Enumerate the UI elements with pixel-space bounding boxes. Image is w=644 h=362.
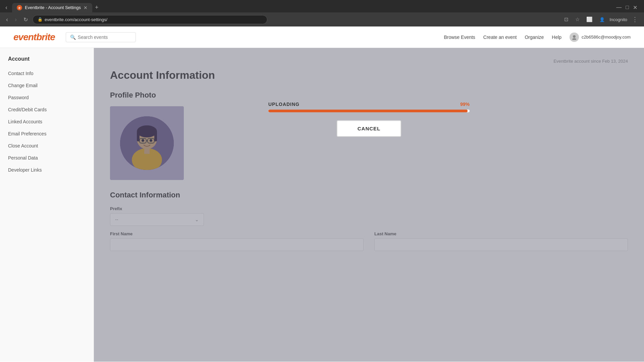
profile-icon[interactable]: ⬜ bbox=[584, 15, 595, 24]
uploading-label: UPLOADING bbox=[268, 102, 300, 107]
upload-overlay: UPLOADING 99% CANCEL bbox=[94, 48, 644, 362]
incognito-icon[interactable]: 👤 bbox=[597, 16, 607, 23]
sidebar-item-developer-links[interactable]: Developer Links bbox=[0, 164, 94, 176]
browser-chrome: ‹ e Eventbrite - Account Settings ✕ + — … bbox=[0, 0, 644, 26]
refresh-button[interactable]: ↻ bbox=[21, 15, 30, 24]
svg-point-1 bbox=[572, 38, 576, 40]
nav-organize[interactable]: Organize bbox=[525, 35, 544, 40]
upload-progress-container: UPLOADING 99% CANCEL bbox=[268, 102, 470, 137]
user-menu[interactable]: c2b6586c@moodjoy.com bbox=[570, 33, 631, 42]
sidebar-item-linked-accounts[interactable]: Linked Accounts bbox=[0, 116, 94, 128]
upload-percent: 99% bbox=[460, 102, 470, 107]
sidebar-item-close-account[interactable]: Close Account bbox=[0, 140, 94, 152]
nav-help[interactable]: Help bbox=[552, 35, 561, 40]
new-tab-button[interactable]: + bbox=[92, 3, 101, 12]
sidebar-item-contact-info[interactable]: Contact Info bbox=[0, 67, 94, 79]
page: eventbrite 🔍 Browse Events Create an eve… bbox=[0, 26, 644, 362]
user-email: c2b6586c@moodjoy.com bbox=[582, 35, 631, 40]
upload-label-row: UPLOADING 99% bbox=[268, 102, 470, 107]
main-content: Account Contact Info Change Email Passwo… bbox=[0, 48, 644, 362]
minimize-button[interactable]: — bbox=[616, 4, 622, 11]
sidebar-item-password[interactable]: Password bbox=[0, 92, 94, 104]
lock-icon: 🔒 bbox=[38, 17, 43, 22]
cast-icon[interactable]: ⊡ bbox=[562, 15, 571, 24]
close-tab-button[interactable]: ✕ bbox=[84, 5, 88, 10]
search-icon: 🔍 bbox=[70, 35, 76, 40]
sidebar-item-change-email[interactable]: Change Email bbox=[0, 79, 94, 92]
cancel-upload-button[interactable]: CANCEL bbox=[337, 120, 401, 137]
main-nav: Browse Events Create an event Organize H… bbox=[444, 33, 631, 42]
forward-nav-button[interactable]: › bbox=[13, 15, 19, 24]
incognito-label: Incognito bbox=[609, 17, 627, 22]
user-avatar bbox=[570, 33, 579, 42]
nav-create-event[interactable]: Create an event bbox=[483, 35, 517, 40]
address-text: eventbrite.com/account-settings/ bbox=[45, 17, 107, 22]
bookmark-icon[interactable]: ☆ bbox=[573, 15, 582, 24]
svg-point-0 bbox=[573, 35, 576, 38]
sidebar-item-credit-debit[interactable]: Credit/Debit Cards bbox=[0, 104, 94, 116]
content-area: UPLOADING 99% CANCEL Eventbrite account … bbox=[94, 48, 644, 362]
sidebar-item-email-prefs[interactable]: Email Preferences bbox=[0, 128, 94, 140]
progress-bar-background bbox=[268, 110, 470, 112]
tab-favicon: e bbox=[17, 5, 22, 10]
back-nav-button[interactable]: ‹ bbox=[4, 15, 10, 24]
tab-title: Eventbrite - Account Settings bbox=[25, 5, 81, 10]
sidebar: Account Contact Info Change Email Passwo… bbox=[0, 48, 94, 362]
back-button[interactable]: ‹ bbox=[3, 3, 9, 12]
address-bar[interactable]: 🔒 eventbrite.com/account-settings/ bbox=[33, 15, 267, 24]
nav-browse-events[interactable]: Browse Events bbox=[444, 35, 475, 40]
search-input[interactable] bbox=[78, 35, 131, 40]
maximize-button[interactable]: □ bbox=[626, 4, 629, 11]
menu-button[interactable]: ⋮ bbox=[630, 14, 640, 24]
eventbrite-header: eventbrite 🔍 Browse Events Create an eve… bbox=[0, 26, 644, 48]
eventbrite-logo: eventbrite bbox=[13, 32, 55, 43]
progress-bar-fill bbox=[268, 110, 468, 112]
sidebar-header: Account bbox=[0, 56, 94, 67]
search-bar[interactable]: 🔍 bbox=[66, 32, 136, 42]
sidebar-item-personal-data[interactable]: Personal Data bbox=[0, 152, 94, 164]
browser-tab[interactable]: e Eventbrite - Account Settings ✕ bbox=[12, 3, 92, 12]
close-window-button[interactable]: ✕ bbox=[633, 4, 637, 11]
